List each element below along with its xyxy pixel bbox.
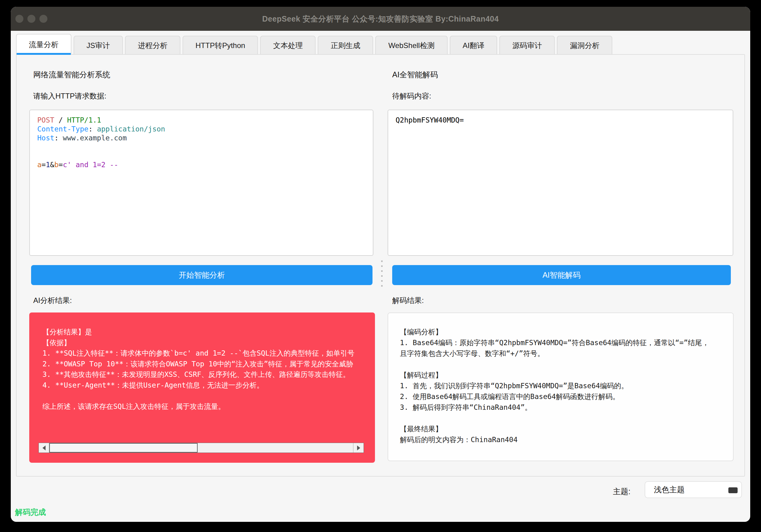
http-request-input[interactable]: POST / HTTP/1.1Content-Type: application… (29, 110, 374, 256)
code-line (37, 143, 365, 151)
result-line (400, 359, 727, 370)
tab-bar: 流量分析JS审计进程分析HTTP转Python文本处理正则生成WebShell检… (16, 34, 612, 55)
tab-8[interactable]: AI翻译 (450, 36, 498, 55)
result-line: 1. **SQL注入特征**：请求体中的参数`b=c' and 1=2 --`包… (42, 348, 354, 359)
code-line: Host: www.example.com (37, 134, 365, 143)
result-line: 【编码分析】 (400, 326, 727, 337)
tab-5[interactable]: 文本处理 (260, 36, 316, 55)
window-title: DeepSeek 安全分析平台 公众号:知攻善防实验室 By:ChinaRan4… (11, 7, 750, 31)
decode-result-text: 【编码分析】1. Base64编码：原始字符串“Q2hpbmFSYW40MDQ=… (400, 326, 727, 445)
decode-result-box[interactable]: 【编码分析】1. Base64编码：原始字符串“Q2hpbmFSYW40MDQ=… (387, 313, 733, 461)
tab-1[interactable]: 流量分析 (16, 34, 71, 55)
ai-decode-title: AI全智能解码 (392, 70, 438, 80)
decode-result-label: 解码结果: (392, 296, 424, 305)
theme-label: 主题: (613, 487, 630, 497)
tab-2[interactable]: JS审计 (74, 36, 123, 55)
result-line: 4. **User-Agent**：未提供User-Agent信息，无法进一步分… (42, 380, 354, 391)
close-window-button[interactable] (15, 15, 24, 23)
ai-decode-button[interactable]: AI智能解码 (392, 265, 731, 285)
tab-7[interactable]: WebShell检测 (375, 36, 447, 55)
code-line (37, 151, 365, 160)
http-request-content: POST / HTTP/1.1Content-Type: application… (37, 116, 365, 169)
scroll-left-button[interactable] (39, 443, 49, 452)
result-line: 3. **其他攻击特征**：未发现明显的XSS、CSRF、反序列化、文件上传、路… (42, 369, 354, 380)
http-request-label: 请输入HTTP请求数据: (33, 91, 106, 101)
result-line: 且字符集包含大小写字母、数字和“+/”符号。 (400, 348, 727, 359)
combobox-indicator-icon (729, 487, 737, 493)
start-analysis-button[interactable]: 开始智能分析 (31, 265, 373, 285)
result-line: 1. Base64编码：原始字符串“Q2hpbmFSYW40MDQ=”符合Bas… (400, 337, 727, 348)
result-line: 2. **OWASP Top 10**：该请求符合OWASP Top 10中的“… (42, 359, 354, 370)
analysis-result-label: AI分析结果: (33, 296, 72, 305)
result-line: 【依据】 (42, 337, 354, 348)
analysis-result-text: 【分析结果】是【依据】1. **SQL注入特征**：请求体中的参数`b=c' a… (42, 326, 354, 412)
decode-input-label: 待解码内容: (392, 91, 431, 101)
tab-4[interactable]: HTTP转Python (183, 36, 258, 55)
app-window: DeepSeek 安全分析平台 公众号:知攻善防实验室 By:ChinaRan4… (11, 7, 750, 522)
theme-select[interactable]: 浅色主题 (645, 481, 742, 498)
traffic-analysis-title: 网络流量智能分析系统 (33, 70, 110, 80)
result-line: 【分析结果】是 (42, 326, 354, 337)
scroll-left-arrow-icon (42, 445, 45, 450)
decode-input[interactable]: Q2hpbmFSYW40MDQ= (387, 110, 733, 256)
result-line: 1. 首先，我们识别到字符串“Q2hpbmFSYW40MDQ=”是Base64编… (400, 381, 727, 391)
maximize-window-button[interactable] (39, 15, 47, 23)
pane-divider-handle[interactable] (381, 261, 383, 291)
tab-6[interactable]: 正则生成 (318, 36, 373, 55)
notebook-panel: 网络流量智能分析系统 请输入HTTP请求数据: POST / HTTP/1.1C… (16, 54, 745, 477)
code-line: a=1&b=c' and 1=2 -- (37, 160, 365, 169)
result-line: 【最终结果】 (400, 424, 727, 435)
result-line (400, 413, 727, 424)
code-line: Content-Type: application/json (37, 125, 365, 134)
scroll-right-arrow-icon (357, 445, 360, 450)
theme-select-value: 浅色主题 (654, 485, 685, 495)
scroll-right-button[interactable] (353, 443, 364, 452)
horizontal-scrollbar[interactable] (38, 443, 364, 453)
window-controls (15, 15, 47, 23)
tab-10[interactable]: 漏洞分析 (557, 36, 612, 55)
result-line: 3. 解码后得到字符串“ChinaRan404”。 (400, 402, 727, 413)
result-line: 解码后的明文内容为：ChinaRan404 (400, 435, 727, 445)
titlebar: DeepSeek 安全分析平台 公众号:知攻善防实验室 By:ChinaRan4… (11, 7, 750, 31)
tab-9[interactable]: 源码审计 (499, 36, 555, 55)
result-line: 综上所述，该请求存在SQL注入攻击特征，属于攻击流量。 (42, 401, 354, 412)
minimize-window-button[interactable] (28, 15, 35, 23)
code-line: POST / HTTP/1.1 (37, 116, 365, 125)
analysis-result-box[interactable]: 【分析结果】是【依据】1. **SQL注入特征**：请求体中的参数`b=c' a… (29, 313, 375, 463)
status-text: 解码完成 (15, 507, 46, 517)
result-line (42, 390, 354, 401)
result-line: 【解码过程】 (400, 370, 727, 381)
decode-input-content: Q2hpbmFSYW40MDQ= (396, 116, 725, 125)
scrollbar-thumb[interactable] (49, 443, 198, 452)
result-line: 2. 使用Base64解码工具或编程语言中的Base64解码函数进行解码。 (400, 391, 727, 402)
tab-3[interactable]: 进程分析 (125, 36, 180, 55)
